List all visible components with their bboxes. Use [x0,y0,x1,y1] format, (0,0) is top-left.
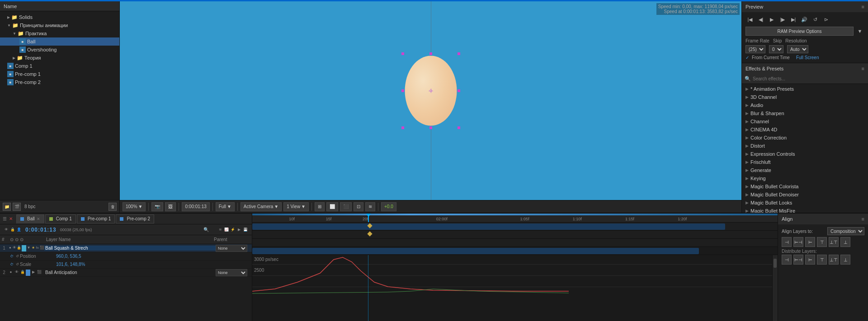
grid-btn[interactable]: ⊞ [315,202,325,211]
effect-animation-presets[interactable]: ▶ * Animation Presets [742,85,868,93]
dist-bottom-btn[interactable]: ⊥ [840,255,850,265]
effect-audio[interactable]: ▶ Audio [742,101,868,109]
snapshot-btn[interactable]: 📷 [151,202,163,211]
layer-1-solo[interactable]: ● [8,245,12,251]
effect-frischluft[interactable]: ▶ Frischluft [742,158,868,166]
layer-1-eye[interactable]: 👁 [13,245,17,251]
effect-keying[interactable]: ▶ Keying [742,174,868,182]
layer-1-expand[interactable]: ▼ [27,245,31,251]
align-to-select[interactable]: Composition [827,227,864,235]
handle-ml[interactable] [401,89,404,92]
exposure-display[interactable]: +0.0 [381,202,396,211]
handle-bl[interactable] [401,126,404,129]
step-back-btn[interactable]: ◀| [756,15,765,24]
align-left-btn[interactable]: ⊣ [782,237,792,247]
dist-center-h-btn[interactable]: ⊢⊣ [793,255,803,265]
layer-1-lock[interactable]: 🔒 [17,245,21,251]
effect-generate[interactable]: ▶ Generate [742,166,868,174]
expand-teoria[interactable]: ▶ [13,56,15,60]
align-center-h-btn[interactable]: ⊢⊣ [793,237,803,247]
scale-value[interactable]: 101,6, 148,8% [56,262,85,267]
handle-br[interactable] [458,126,460,129]
tree-item-principy[interactable]: ▼ 📁 Принципы анимации [0,21,119,29]
tl-live-btn[interactable]: ▶ [236,227,242,233]
effects-menu-icon[interactable]: ≡ [862,66,864,71]
snap-btn[interactable]: ⊡ [354,202,363,211]
effects-search-input[interactable] [753,76,865,81]
tl-motion-blur-btn[interactable]: ≋ [217,227,223,233]
layer-2-bar[interactable] [252,248,699,254]
timecode-display[interactable]: 0:00:01:13 [182,202,209,211]
new-comp-btn[interactable]: 🎬 [13,203,21,211]
go-to-end-btn[interactable]: ▶| [789,15,798,24]
graph-scroll[interactable] [772,255,778,321]
layer-2-3d-icon[interactable]: ⬛ [37,270,42,275]
tree-item-overshooting[interactable]: ■ Overshooting [0,46,119,54]
frame-rate-select[interactable]: (25) [745,45,765,53]
tree-item-ball[interactable]: ■ Ball [0,37,119,46]
layer-name-1[interactable]: Ball Squash & Strech [44,246,216,251]
handle-tl[interactable] [401,52,404,55]
tl-search-btn[interactable]: 🔍 [202,226,210,234]
align-menu-icon[interactable]: ≡ [862,216,864,222]
view-count[interactable]: 1 View ▼ [283,202,309,211]
dist-right-btn[interactable]: ⊢ [805,255,815,265]
handle-tm[interactable] [429,52,432,55]
preview-mode[interactable]: Full ▼ [216,202,235,211]
effect-distort[interactable]: ▶ Distort [742,142,868,150]
effect-channel[interactable]: ▶ Channel [742,117,868,126]
tl-lock-icon[interactable]: 🔒 [10,227,15,233]
timeline-close-icon[interactable]: ✕ [8,216,14,222]
effect-3d-channel[interactable]: ▶ 3D Channel [742,93,868,101]
tab-precomp1[interactable]: Pre-comp 1 [77,214,115,223]
delete-btn[interactable]: 🗑 [108,203,117,211]
handle-tr[interactable] [458,52,460,55]
layer-2-solo[interactable]: ● [8,270,14,275]
dist-center-v-btn[interactable]: ⊥⊤ [829,255,839,265]
tl-draft-btn[interactable]: ⚡ [230,227,236,233]
full-screen-btn[interactable]: Full Screen [796,55,819,60]
ram-preview-btn[interactable]: RAM Preview Options [745,27,854,36]
camera-mode[interactable]: Active Camera ▼ [241,202,282,211]
dist-left-btn[interactable]: ⊣ [782,255,792,265]
position-reset-icon[interactable]: ↺ [14,254,20,259]
tab-ball[interactable]: Ball ✕ [16,214,44,223]
align-center-v-btn[interactable]: ⊥⊤ [829,237,839,247]
motion-blur-btn[interactable]: ≋ [365,202,375,211]
loop-btn[interactable]: ↺ [811,15,820,24]
transparency-btn[interactable]: ⬛ [340,202,352,211]
play-btn[interactable]: ▶ [767,15,776,24]
tree-item-precomp2[interactable]: ■ Pre-comp 2 [0,78,119,86]
timeline-menu-icon[interactable]: ☰ [2,216,7,222]
tab-comp1[interactable]: Comp 1 [45,214,76,223]
effect-color-correction[interactable]: ▶ Color Correction [742,134,868,142]
align-right-btn[interactable]: ⊢ [805,237,815,247]
new-folder-btn[interactable]: 📁 [3,203,11,211]
keyframe-pos[interactable] [367,231,372,236]
effect-magic-bullet-misfire[interactable]: ▶ Magic Bullet MisFire [742,207,868,213]
layer-1-3d-icon[interactable]: ⬛ [40,245,44,251]
audio-btn[interactable]: 🔊 [800,15,809,24]
tree-item-teoria[interactable]: ▶ 📁 Теория [0,54,119,62]
layer-name-2[interactable]: Ball Anticipation [44,270,216,275]
tl-eye-icon[interactable]: 👁 [4,227,9,233]
tl-cache-btn[interactable]: 💾 [243,227,248,233]
scale-reset-icon[interactable]: ↺ [14,262,20,267]
dist-top-btn[interactable]: ⊤ [817,255,827,265]
layer-1-parent-select[interactable]: None [216,245,247,252]
handle-bm[interactable] [429,126,432,129]
tree-item-comp1[interactable]: ■ Comp 1 [0,62,119,70]
extra-btn[interactable]: ⊳ [821,15,830,24]
step-forward-btn[interactable]: |▶ [778,15,787,24]
position-value[interactable]: 960,0, 536,5 [56,254,81,259]
effect-magic-bullet-looks[interactable]: ▶ Magic Bullet Looks [742,199,868,207]
align-bottom-btn[interactable]: ⊥ [840,237,850,247]
scale-stopwatch[interactable]: ⏱ [9,262,14,267]
effect-cinema4d[interactable]: ▶ CINEMA 4D [742,126,868,134]
layer-2-parent-select[interactable]: None [216,269,247,276]
graph-scrollbar-thumb[interactable] [774,259,777,268]
tl-shy-icon[interactable]: 👤 [16,227,22,233]
layer-2-eye[interactable]: 👁 [14,270,19,275]
mask-btn[interactable]: ⬜ [326,202,338,211]
layer-1-bar[interactable] [252,223,725,230]
